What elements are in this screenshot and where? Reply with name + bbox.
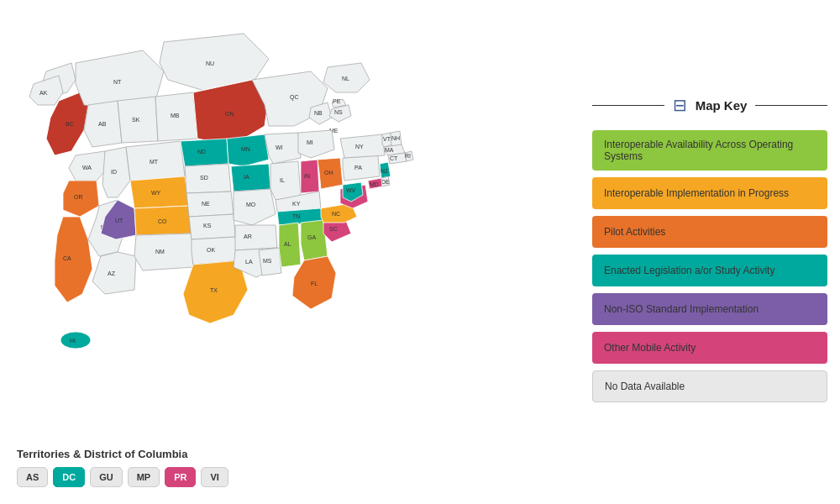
svg-marker-18 [323, 63, 370, 92]
map-key-header: ⊟ Map Key [592, 95, 827, 115]
svg-marker-49 [134, 234, 193, 270]
legend-item-non-iso: Non-ISO Standard Implementation [592, 293, 827, 325]
map-key-line-right [755, 105, 827, 106]
main-container: BC YT NT NU AB SK MB ON QC [0, 0, 840, 504]
legend-item-no-data: No Data Available [592, 370, 827, 402]
map-key-title: Map Key [696, 98, 748, 113]
map-section: BC YT NT NU AB SK MB ON QC [0, 0, 580, 504]
svg-marker-33 [55, 217, 92, 302]
territory-badge-mp[interactable]: MP [128, 467, 160, 487]
svg-marker-77 [301, 160, 319, 193]
svg-marker-29 [69, 151, 108, 181]
svg-marker-41 [130, 176, 189, 208]
svg-marker-61 [183, 260, 248, 323]
map-key-icon: ⊟ [673, 95, 687, 115]
legend-item-interoperable-availability: Interoperable Availability Across Operat… [592, 130, 827, 171]
legend-item-enacted-legislation: Enacted Legislation a/or Study Activity [592, 255, 827, 286]
territory-badge-as[interactable]: AS [17, 467, 48, 487]
legend-item-pilot-activities: Pilot Activities [592, 216, 827, 248]
svg-marker-10 [118, 97, 158, 143]
svg-marker-79 [298, 130, 334, 158]
svg-marker-65 [231, 164, 270, 192]
svg-point-123 [60, 332, 91, 349]
svg-marker-59 [192, 237, 239, 265]
svg-marker-103 [343, 155, 380, 181]
svg-marker-75 [270, 161, 301, 200]
svg-marker-87 [259, 248, 281, 276]
territories-title: Territories & District of Columbia [17, 448, 228, 460]
svg-marker-39 [126, 141, 185, 181]
svg-marker-51 [181, 139, 228, 166]
svg-marker-63 [227, 134, 269, 166]
svg-marker-27 [29, 76, 63, 105]
legend-item-other-mobile: Other Mobile Activity [592, 332, 827, 364]
svg-marker-67 [234, 189, 276, 225]
svg-marker-69 [235, 225, 277, 250]
svg-marker-12 [155, 92, 197, 141]
legend-items: Interoperable Availability Across Operat… [592, 130, 827, 409]
territories-badges: ASDCGUMPPRVI [17, 467, 228, 487]
svg-marker-53 [185, 164, 231, 193]
svg-marker-121 [368, 178, 382, 189]
map-key-line-left [592, 105, 664, 106]
svg-marker-22 [329, 105, 351, 122]
svg-marker-89 [279, 223, 301, 267]
svg-marker-117 [380, 162, 391, 178]
svg-marker-31 [63, 181, 99, 217]
legend-item-interoperable-implementation: Interoperable Implementation in Progress [592, 177, 827, 209]
territory-badge-vi[interactable]: VI [201, 467, 228, 487]
svg-marker-57 [189, 214, 235, 239]
svg-marker-81 [318, 158, 343, 189]
map-svg: BC YT NT NU AB SK MB ON QC [8, 8, 529, 437]
svg-marker-47 [134, 206, 192, 235]
svg-marker-73 [265, 133, 301, 164]
svg-marker-45 [92, 252, 136, 294]
territory-badge-gu[interactable]: GU [90, 467, 123, 487]
territory-badge-dc[interactable]: DC [53, 467, 85, 487]
svg-marker-55 [186, 192, 234, 217]
territories-section: Territories & District of Columbia ASDCG… [17, 448, 228, 487]
svg-marker-8 [84, 101, 122, 147]
territory-badge-pr[interactable]: PR [165, 467, 196, 487]
svg-marker-105 [340, 134, 385, 158]
svg-marker-35 [102, 147, 130, 197]
svg-marker-115 [405, 151, 413, 161]
legend-section: ⊟ Map Key Interoperable Availability Acr… [580, 0, 840, 504]
svg-marker-119 [381, 176, 390, 186]
